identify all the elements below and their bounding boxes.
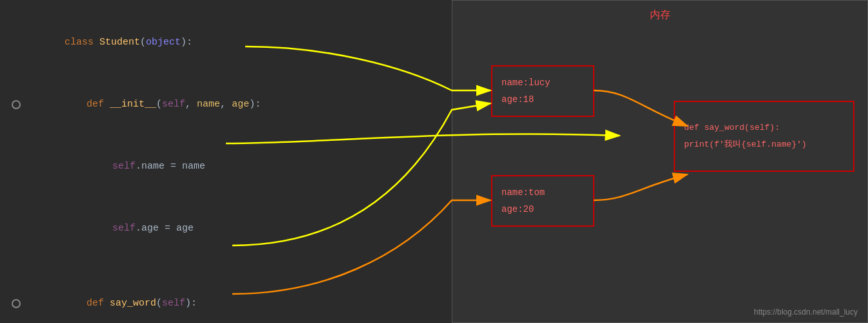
- code-line-2: def __init__(self, name, age):: [6, 74, 452, 136]
- lucy-name: name:lucy: [501, 74, 593, 91]
- lucy-age: age:18: [501, 91, 593, 108]
- code-line-1: class Student(object):: [6, 12, 452, 74]
- gutter-6: [6, 299, 26, 308]
- code-text-6: def say_word(self):: [26, 273, 197, 323]
- code-line-4: self.age = age: [6, 198, 452, 260]
- memory-box-method: def say_word(self): print(f'我叫{self.name…: [674, 101, 854, 172]
- gutter-2: [6, 100, 26, 109]
- watermark: https://blog.csdn.net/mall_lucy: [754, 307, 858, 317]
- breakpoint-icon-2: [12, 100, 21, 109]
- code-text-3: self.name = name: [26, 136, 205, 198]
- breakpoint-icon-6: [12, 299, 21, 308]
- memory-box-lucy: name:lucy age:18: [491, 65, 594, 117]
- code-text-4: self.age = age: [26, 198, 194, 260]
- code-line-3: self.name = name: [6, 136, 452, 198]
- memory-title: 内存: [650, 8, 671, 22]
- memory-panel: 内存 name:lucy age:18 name:tom age:20 def …: [452, 0, 868, 323]
- code-text-1: class Student(object):: [26, 12, 192, 74]
- memory-box-tom: name:tom age:20: [491, 175, 594, 227]
- code-line-5: [6, 260, 452, 273]
- code-panel: class Student(object): def __init__(self…: [0, 0, 452, 323]
- code-line-6: def say_word(self):: [6, 273, 452, 323]
- tom-name: name:tom: [501, 184, 593, 201]
- method-line2: print(f'我叫{self.name}'): [684, 136, 853, 153]
- method-line1: def say_word(self):: [684, 120, 853, 136]
- code-text-2: def __init__(self, name, age):: [26, 74, 261, 136]
- tom-age: age:20: [501, 201, 593, 218]
